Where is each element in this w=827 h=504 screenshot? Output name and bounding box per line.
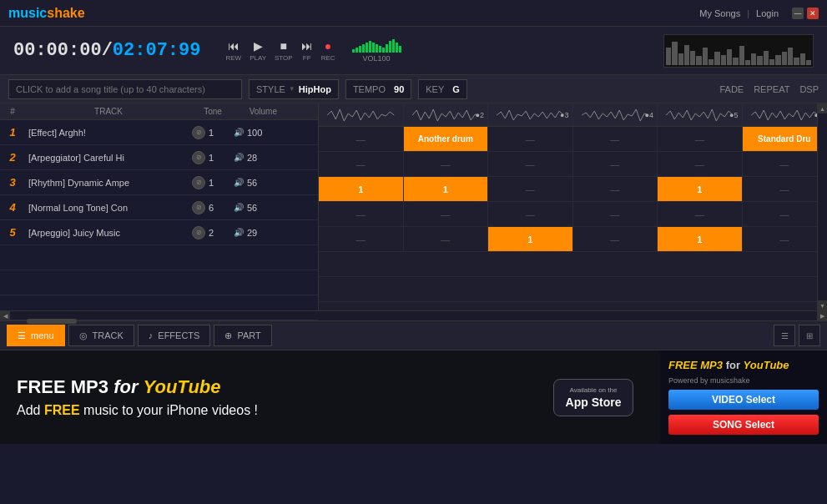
play-button[interactable]: ▶ PLAY (250, 39, 266, 62)
spec-bar (703, 48, 708, 64)
pattern-cell-active[interactable]: Another drum (404, 127, 489, 151)
pattern-cell-active[interactable]: 1 (488, 227, 573, 251)
pattern-cell-active[interactable]: 1 (658, 177, 743, 201)
logo-shake: shake (47, 6, 84, 20)
promo-right-free: FREE MP3 (668, 359, 723, 371)
ff-button[interactable]: ⏭ FF (301, 39, 313, 62)
tab-effects-label: EFFECTS (158, 330, 199, 340)
spec-bar (794, 58, 799, 65)
pattern-cell[interactable]: — (488, 202, 573, 226)
repeat-button[interactable]: REPEAT (754, 84, 789, 94)
tone-num-5: 2 (209, 228, 214, 238)
pattern-cell-active[interactable]: 1 (319, 177, 404, 201)
dsp-button[interactable]: DSP (799, 84, 819, 94)
pattern-cell-active[interactable]: 1 (658, 227, 743, 251)
mute-button-1[interactable]: ⊘ (192, 126, 205, 139)
track-volume-4: 🔊 56 (234, 203, 284, 213)
pattern-cell[interactable]: — (743, 152, 828, 176)
close-button[interactable]: ✕ (807, 8, 819, 19)
spec-bar (769, 59, 774, 65)
pattern-cell[interactable]: — (743, 177, 828, 201)
th-track: TRACK (25, 107, 192, 116)
pattern-cell (319, 277, 827, 301)
spec-bar (696, 56, 701, 64)
tab-effects[interactable]: ♪ EFFECTS (138, 325, 211, 346)
track-name-2: [Arpeggiator] Careful Hi (25, 153, 192, 163)
pattern-cell[interactable]: — (573, 227, 658, 251)
pattern-cell (319, 252, 827, 276)
video-select-button[interactable]: VIDEO Select (668, 390, 819, 410)
pattern-cell[interactable]: — (319, 127, 404, 151)
pattern-cell[interactable]: — (743, 202, 828, 226)
pattern-row-4: — — — — — — (319, 202, 827, 227)
key-label: KEY (426, 84, 444, 94)
key-control[interactable]: KEY G (418, 79, 467, 99)
volume-num-1: 100 (247, 128, 262, 138)
spec-bar (800, 53, 805, 65)
spec-bar (739, 46, 744, 64)
pattern-cell[interactable]: — (488, 127, 573, 151)
pattern-num-2: ●2 (476, 111, 484, 119)
stop-label: STOP (275, 54, 293, 62)
tab-part[interactable]: ⊕ PART (214, 325, 271, 346)
stop-button[interactable]: ■ STOP (275, 39, 293, 62)
style-value: HipHop (299, 84, 331, 94)
song-title-input[interactable] (8, 79, 242, 99)
pattern-cell[interactable]: — (404, 202, 489, 226)
scroll-down-button[interactable]: ▼ (818, 300, 828, 310)
ff-icon: ⏭ (301, 39, 313, 53)
appstore-badge[interactable]: Available on the App Store (553, 379, 634, 416)
vol-bar-6 (369, 41, 371, 53)
mute-button-5[interactable]: ⊘ (192, 226, 205, 239)
spec-bar (672, 42, 677, 64)
track-name-5: [Arpeggio] Juicy Music (25, 228, 192, 238)
pattern-cell[interactable]: — (573, 127, 658, 151)
pattern-cell[interactable]: — (573, 177, 658, 201)
pattern-cell[interactable]: — (404, 227, 489, 251)
view-grid-button[interactable]: ⊞ (799, 325, 820, 346)
scroll-up-button[interactable]: ▲ (818, 103, 828, 113)
pattern-cell-active[interactable]: 1 (404, 177, 489, 201)
scroll-right-button[interactable]: ▶ (817, 311, 827, 321)
login-link[interactable]: Login (756, 8, 779, 18)
waveform-1 (319, 107, 403, 123)
fade-button[interactable]: FADE (719, 84, 744, 94)
pattern-cell-active[interactable]: Standard Dru (743, 127, 828, 151)
wave-header-row: ●1 ●2 ●3 ●4 (319, 103, 827, 127)
table-row: 4 [Normal Long Tone] Con ⊘ 6 🔊 56 (0, 195, 318, 220)
pattern-cell[interactable]: — (743, 227, 828, 251)
pattern-cell[interactable]: — (404, 152, 489, 176)
pattern-cell[interactable]: — (573, 202, 658, 226)
tab-track[interactable]: ◎ TRACK (68, 325, 134, 346)
pattern-cell[interactable]: — (573, 152, 658, 176)
pattern-cell[interactable]: — (658, 202, 743, 226)
pattern-cell[interactable]: — (488, 152, 573, 176)
tab-menu[interactable]: ☰ menu (7, 325, 65, 346)
style-control[interactable]: STYLE ▼ HipHop (249, 79, 339, 99)
mute-button-4[interactable]: ⊘ (192, 201, 205, 214)
track-num-5: 5 (0, 226, 25, 239)
view-list-button[interactable]: ☰ (774, 325, 795, 346)
pattern-cell[interactable]: — (658, 127, 743, 151)
table-row-empty (0, 270, 318, 295)
pattern-cell[interactable]: — (319, 202, 404, 226)
mute-button-2[interactable]: ⊘ (192, 151, 205, 164)
table-row-empty (0, 245, 318, 270)
ff-label: FF (303, 54, 311, 62)
pattern-cell[interactable]: — (488, 177, 573, 201)
th-vol: Volume (234, 107, 284, 116)
mute-button-3[interactable]: ⊘ (192, 176, 205, 189)
tempo-control[interactable]: TEMPO 90 (345, 79, 411, 99)
pattern-cell[interactable]: — (319, 227, 404, 251)
minimize-button[interactable]: — (792, 8, 804, 19)
song-select-button[interactable]: SONG Select (668, 415, 819, 435)
my-songs-link[interactable]: My Songs (699, 8, 740, 18)
time-current: 00:00:00 (13, 40, 102, 61)
pattern-cell[interactable]: — (319, 152, 404, 176)
wave-col-1: ●1 (319, 103, 404, 126)
vertical-scrollbar[interactable]: ▲ ▼ (817, 103, 827, 310)
pattern-cell[interactable]: — (658, 152, 743, 176)
rec-button[interactable]: ● REC (321, 39, 335, 62)
volume-section: VOL100 (352, 39, 401, 63)
rew-button[interactable]: ⏮ REW (225, 39, 241, 62)
